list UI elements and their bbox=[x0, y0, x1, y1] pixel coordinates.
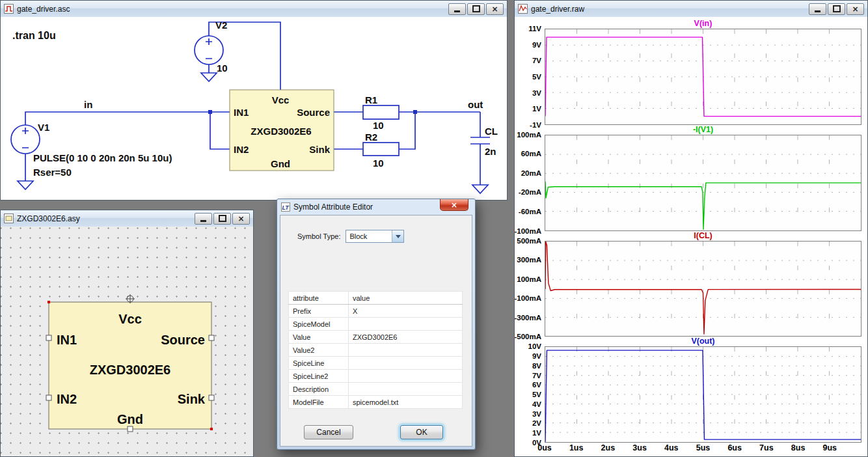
r1-ref-label[interactable]: R1 bbox=[365, 94, 377, 105]
attribute-name-cell[interactable]: Value2 bbox=[289, 344, 349, 357]
close-button[interactable]: × bbox=[486, 3, 504, 15]
ok-button[interactable]: OK bbox=[400, 425, 443, 439]
plot-area[interactable] bbox=[545, 346, 861, 443]
attribute-name-cell[interactable]: SpiceModel bbox=[289, 318, 349, 331]
cancel-button[interactable]: Cancel bbox=[304, 425, 353, 439]
waveform-trace[interactable] bbox=[545, 242, 861, 334]
attribute-row[interactable]: SpiceModel bbox=[289, 318, 463, 331]
minimize-button[interactable] bbox=[809, 3, 826, 15]
wire-r2-to-out[interactable] bbox=[399, 112, 415, 149]
attribute-name-cell[interactable]: Prefix bbox=[289, 305, 349, 318]
symbol-canvas[interactable]: Vcc IN1 Source ZXGD3002E6 IN2 Sink Gnd bbox=[1, 227, 253, 456]
attribute-row[interactable]: Description bbox=[289, 383, 463, 396]
waveform-plot-area[interactable]: V(in)11V9V7V5V3V1V-1V-I(V1)100mA60mA20mA… bbox=[515, 17, 867, 456]
schematic-canvas[interactable]: .tran 10u V2 10 in V1 PULSE(0 10 0 20n 2… bbox=[1, 17, 507, 199]
minimize-button[interactable] bbox=[448, 3, 466, 15]
ground-symbol-cl[interactable] bbox=[472, 185, 488, 193]
attribute-value-cell[interactable] bbox=[349, 318, 463, 331]
spice-directive[interactable]: .tran 10u bbox=[12, 30, 56, 41]
block-value-label[interactable]: ZXGD3002E6 bbox=[251, 126, 311, 137]
v2-value-label[interactable]: 10 bbox=[217, 62, 228, 74]
maximize-button[interactable] bbox=[828, 3, 845, 15]
attribute-row[interactable]: ModelFilespicemodel.txt bbox=[289, 396, 463, 409]
r2-value-label[interactable]: 10 bbox=[373, 158, 384, 169]
cl-value-label[interactable]: 2n bbox=[485, 146, 496, 157]
schematic-canvas-area[interactable]: .tran 10u V2 10 in V1 PULSE(0 10 0 20n 2… bbox=[1, 17, 507, 200]
attribute-value-cell[interactable] bbox=[349, 383, 463, 396]
y-axis[interactable]: 11V9V7V5V3V1V-1V bbox=[515, 29, 545, 125]
symbol-pin-gnd[interactable]: Gnd bbox=[117, 412, 143, 426]
attribute-value-cell[interactable]: X bbox=[349, 305, 463, 318]
symbol-value-label[interactable]: ZXGD3002E6 bbox=[90, 363, 171, 377]
attribute-row[interactable]: ValueZXGD3002E6 bbox=[289, 331, 463, 344]
r1-value-label[interactable]: 10 bbox=[373, 120, 384, 131]
pin-in1[interactable] bbox=[46, 335, 51, 340]
ground-symbol-v1[interactable] bbox=[18, 181, 33, 189]
titlebar[interactable]: ZXGD3002E6.asy × bbox=[1, 210, 253, 227]
attribute-name-cell[interactable]: ModelFile bbox=[289, 396, 349, 409]
plot-area[interactable] bbox=[545, 29, 861, 125]
symbol-pin-source[interactable]: Source bbox=[161, 333, 205, 347]
attribute-name-cell[interactable]: SpiceLine bbox=[289, 357, 349, 370]
attribute-value-cell[interactable] bbox=[349, 344, 463, 357]
trace-label[interactable]: V(out) bbox=[545, 337, 861, 346]
v1-ref-label[interactable]: V1 bbox=[38, 122, 49, 133]
attribute-name-cell[interactable]: Value bbox=[289, 331, 349, 344]
trace-label[interactable]: -I(V1) bbox=[545, 125, 861, 135]
y-axis[interactable]: 10V9V8V7V6V5V4V3V2V1V0V bbox=[515, 346, 545, 443]
pin-gnd[interactable] bbox=[128, 426, 133, 432]
maximize-icon bbox=[833, 5, 841, 12]
attribute-row[interactable]: SpiceLine2 bbox=[289, 370, 463, 383]
maximize-button[interactable] bbox=[213, 213, 231, 225]
plot-area[interactable] bbox=[545, 241, 861, 337]
attribute-row[interactable]: Value2 bbox=[289, 344, 463, 357]
symbol-pin-in2[interactable]: IN2 bbox=[57, 392, 77, 406]
trace-label[interactable]: V(in) bbox=[545, 19, 861, 29]
attribute-value-cell[interactable]: spicemodel.txt bbox=[349, 396, 463, 409]
maximize-button[interactable] bbox=[467, 3, 485, 15]
resistor-r2[interactable] bbox=[363, 143, 399, 156]
cl-ref-label[interactable]: CL bbox=[485, 126, 498, 137]
pin-in2[interactable] bbox=[46, 395, 51, 400]
attribute-row[interactable]: SpiceLine bbox=[289, 357, 463, 370]
symbol-pin-sink[interactable]: Sink bbox=[178, 392, 206, 406]
net-label-out[interactable]: out bbox=[468, 99, 483, 110]
waveform-trace[interactable] bbox=[545, 181, 861, 229]
attribute-value-cell[interactable] bbox=[349, 357, 463, 370]
trace-label[interactable]: I(CL) bbox=[545, 231, 861, 241]
v2-ref-label[interactable]: V2 bbox=[215, 20, 227, 31]
attribute-value-cell[interactable] bbox=[349, 370, 463, 383]
titlebar[interactable]: gate_driver.raw × bbox=[515, 1, 867, 18]
attribute-value-cell[interactable]: ZXGD3002E6 bbox=[349, 331, 463, 344]
titlebar[interactable]: gate_driver.asc × bbox=[1, 1, 507, 18]
resistor-r1[interactable] bbox=[363, 105, 399, 119]
net-label-in[interactable]: in bbox=[84, 99, 92, 110]
ground-symbol-v2[interactable] bbox=[201, 73, 217, 81]
v1-value-label[interactable]: PULSE(0 10 0 20n 20n 5u 10u) bbox=[33, 152, 172, 163]
minimize-button[interactable] bbox=[195, 213, 212, 225]
close-button[interactable]: × bbox=[847, 3, 864, 15]
symbol-type-combobox[interactable]: Block bbox=[346, 230, 404, 243]
symbol-pin-vcc[interactable]: Vcc bbox=[118, 312, 142, 326]
v1-rser-label[interactable]: Rser=50 bbox=[33, 167, 72, 178]
pin-source[interactable] bbox=[209, 335, 214, 340]
symbol-pin-in1[interactable]: IN1 bbox=[57, 333, 77, 347]
y-axis[interactable]: 500mA300mA100mA-100mA-300mA-500mA bbox=[515, 241, 545, 337]
pin-sink[interactable] bbox=[209, 395, 214, 400]
capacitor-cl[interactable] bbox=[470, 137, 490, 144]
chevron-down-icon[interactable] bbox=[392, 230, 403, 242]
wire-in-net[interactable] bbox=[25, 112, 230, 125]
attribute-name-cell[interactable]: SpiceLine2 bbox=[289, 370, 349, 383]
r2-ref-label[interactable]: R2 bbox=[365, 132, 377, 143]
wire-in2-branch[interactable] bbox=[210, 112, 230, 149]
close-button[interactable]: × bbox=[232, 213, 250, 225]
symbol-canvas-area[interactable]: Vcc IN1 Source ZXGD3002E6 IN2 Sink Gnd bbox=[1, 227, 253, 456]
y-tick-label: 3V bbox=[532, 89, 541, 97]
time-axis[interactable]: 0us1us2us3us4us5us6us7us8us9us bbox=[545, 443, 861, 455]
waveform-document-icon bbox=[518, 4, 528, 14]
attribute-name-cell[interactable]: Description bbox=[289, 383, 349, 396]
attribute-row[interactable]: PrefixX bbox=[289, 305, 463, 318]
y-axis[interactable]: 100mA60mA20mA-20mA-60mA-100mA bbox=[515, 135, 545, 231]
dialog-close-button[interactable]: × bbox=[440, 199, 468, 211]
plot-area[interactable] bbox=[545, 135, 861, 231]
